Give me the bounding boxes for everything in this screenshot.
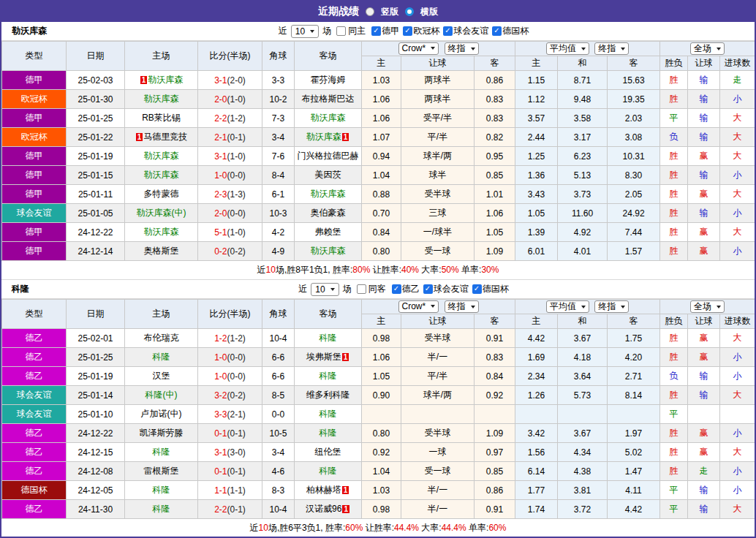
- handicap-flag: 输: [688, 481, 720, 500]
- result-flag: 胜: [660, 242, 688, 261]
- score: 2-1(0-1): [198, 128, 262, 147]
- away-team: 勒沃库森1: [295, 128, 362, 147]
- score: 3-1(1-0): [198, 147, 262, 166]
- match-row: 德乙24-12-15科隆3-1(3-0)3-4纽伦堡0.92一球0.971.56…: [2, 443, 755, 462]
- page-title: 近期战绩: [318, 5, 359, 18]
- final-odds-select-2[interactable]: 终指: [594, 42, 629, 55]
- matches-label: 场: [322, 25, 331, 37]
- league-filter-checkbox[interactable]: [443, 26, 453, 36]
- avg-away: 3.08: [608, 128, 660, 147]
- league-filter-checkbox[interactable]: [392, 284, 401, 294]
- avg-draw: 3.58: [558, 109, 608, 128]
- average-select[interactable]: 平均值: [546, 300, 589, 313]
- recent-count-value: 10: [315, 284, 325, 295]
- result-flag: 胜: [660, 204, 688, 223]
- same-venue-checkbox[interactable]: [336, 26, 346, 36]
- summary-segment: 30%: [481, 265, 499, 275]
- match-row: 德甲25-01-19勒沃库森3-1(1-0)7-6门兴格拉德巴赫0.94球半/两…: [2, 147, 755, 166]
- handicap-line: 两球半: [401, 71, 475, 90]
- away-team: 奥伯豪森: [295, 204, 362, 223]
- home-odds: 0.98: [362, 500, 401, 519]
- handicap-line: 平/半: [401, 128, 475, 147]
- goals-flag: 小: [720, 462, 755, 481]
- final-odds-select[interactable]: 终指: [445, 300, 479, 313]
- avg-home: 4.42: [515, 329, 558, 348]
- avg-away: 2.03: [608, 109, 660, 128]
- home-odds: 0.92: [362, 443, 401, 462]
- away-team: 科隆: [295, 424, 362, 443]
- same-venue-checkbox[interactable]: [357, 284, 366, 294]
- result-flag: 负: [660, 128, 688, 147]
- avg-home: 1.56: [515, 443, 558, 462]
- corner-count: 10-3: [262, 204, 295, 223]
- avg-away: 2.05: [608, 185, 660, 204]
- bookmaker-select[interactable]: Crow*: [398, 300, 439, 313]
- team-section-leverkusen: 勒沃库森 近 10 场 同主 德甲欧冠杯球会友谊德国杯 类型 日期 主场: [1, 22, 755, 280]
- league-badge: 球会友谊: [2, 204, 67, 223]
- match-row: 德甲24-12-22勒沃库森5-1(1-0)4-2弗赖堡0.84一/球半1.05…: [2, 223, 755, 242]
- recent-count-select[interactable]: 10: [291, 25, 319, 38]
- handicap-flag: 输: [688, 109, 720, 128]
- handicap-flag: 走: [688, 462, 720, 481]
- avg-home: 3.57: [515, 109, 558, 128]
- summary-segment: 60%: [488, 523, 506, 533]
- full-match-select[interactable]: 全场: [690, 42, 725, 55]
- match-row: 欧冠杯25-01-30勒沃库森2-0(1-0)10-2布拉格斯巴达1.06两球半…: [2, 90, 755, 109]
- final-odds-select-2[interactable]: 终指: [594, 300, 629, 313]
- col-handicap: 让球: [401, 56, 475, 71]
- away-team: 勒沃库森: [295, 185, 362, 204]
- bookmaker-select[interactable]: Crow*: [398, 42, 439, 55]
- horizontal-layout-radio[interactable]: [405, 7, 414, 16]
- avg-draw: 3.17: [558, 128, 608, 147]
- vertical-layout-radio[interactable]: [366, 7, 374, 16]
- home-odds: 0.98: [362, 329, 401, 348]
- handicap-line: 一/球半: [401, 223, 475, 242]
- score: 2-3(1-3): [198, 185, 262, 204]
- league-badge: 德乙: [2, 348, 67, 367]
- league-badge: 德甲: [2, 166, 67, 185]
- final-odds-select[interactable]: 终指: [445, 42, 479, 55]
- league-filter-checkbox[interactable]: [492, 26, 502, 36]
- home-odds: 1.06: [362, 90, 401, 109]
- team-name: 科隆: [12, 283, 29, 295]
- result-flag: 胜: [660, 348, 688, 367]
- result-flag: 平: [660, 500, 688, 519]
- avg-home: 1.69: [515, 348, 558, 367]
- match-date: 25-01-30: [67, 90, 125, 109]
- col-corner: 角球: [262, 300, 295, 329]
- home-team: 科隆: [125, 500, 198, 519]
- avg-away: 1.47: [608, 462, 660, 481]
- avg-draw: 4.34: [558, 443, 608, 462]
- league-filter-checkbox[interactable]: [423, 284, 433, 294]
- rank-badge: 1: [342, 133, 349, 141]
- section-summary: 近10场,胜6平3负1, 胜率:60% 让胜率:44.4% 大率:44.4% 单…: [1, 519, 755, 538]
- league-filter-checkbox[interactable]: [472, 284, 482, 294]
- avg-home: 1.26: [515, 386, 558, 405]
- handicap-line: 半/一: [401, 348, 475, 367]
- handicap-line: 三球: [401, 204, 475, 223]
- handicap-flag: 赢: [688, 348, 720, 367]
- home-odds: 0.90: [362, 386, 401, 405]
- score: 2-0(1-0): [198, 90, 262, 109]
- summary-segment: 44.4%: [442, 523, 466, 533]
- recent-count-value: 10: [295, 26, 305, 37]
- league-filter-checkbox[interactable]: [371, 26, 381, 36]
- home-team: 勒沃库森: [125, 147, 198, 166]
- full-match-select[interactable]: 全场: [690, 300, 725, 313]
- away-team: 汉诺威961: [295, 500, 362, 519]
- full-match-group-header: 全场: [660, 42, 755, 56]
- goals-flag: [720, 405, 755, 424]
- recent-count-select[interactable]: 10: [311, 283, 339, 296]
- league-badge: 德乙: [2, 462, 67, 481]
- league-filter-checkbox[interactable]: [403, 26, 412, 36]
- corner-count: 10-2: [262, 90, 295, 109]
- result-flag: 平: [660, 109, 688, 128]
- away-team: 门兴格拉德巴赫: [295, 147, 362, 166]
- league-filter-label: 欧冠杯: [413, 25, 439, 37]
- bookmaker-value: Crow*: [402, 301, 426, 311]
- matches-label: 场: [343, 283, 352, 295]
- away-team: 弗赖堡: [295, 223, 362, 242]
- avg-draw: 11.60: [558, 204, 608, 223]
- average-select[interactable]: 平均值: [546, 42, 589, 55]
- result-flag: 胜: [660, 71, 688, 90]
